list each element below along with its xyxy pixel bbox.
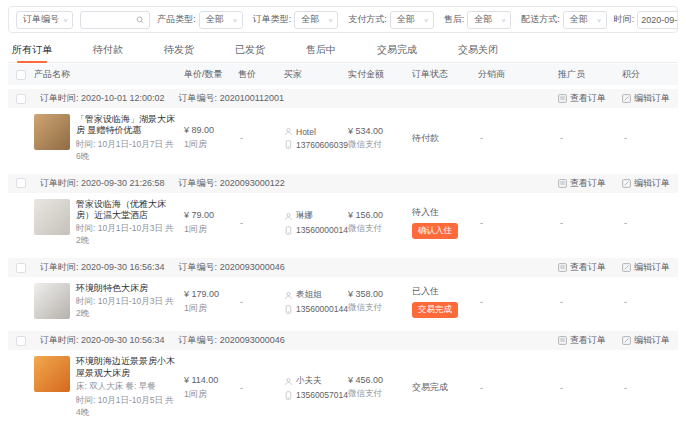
order-time: 2020-09-30 21:26:58 [81, 178, 165, 188]
order-status: 待入住 [412, 206, 478, 219]
product-time: 时间: 10月1日-10月3日 共2晚 [76, 223, 178, 247]
order-meta-bar: 订单时间: 2020-09-30 16:56:34 订单编号: 20200930… [8, 258, 678, 277]
chevron-down-icon: ∨ [424, 17, 429, 23]
product-spec: 床: 双人大床 餐: 早餐 [76, 381, 178, 393]
order-time: 2020-10-01 12:00:02 [81, 93, 165, 103]
view-order-label: 查看订单 [570, 334, 606, 347]
quantity: 1间房 [184, 138, 238, 151]
sale-price: - [238, 133, 284, 143]
tab-label: 待付款 [93, 43, 123, 57]
edit-order-icon [622, 179, 631, 188]
date-from-input[interactable]: 2020-09-10 [637, 11, 678, 29]
order-group: 订单时间: 2020-09-30 21:26:58 订单编号: 20200930… [8, 174, 678, 255]
chevron-down-icon: ∨ [233, 17, 238, 23]
order-checkbox[interactable] [16, 178, 26, 188]
column-header: 售价 [238, 68, 284, 81]
chevron-down-icon: ∨ [597, 17, 602, 23]
product-image [34, 114, 70, 150]
buyer-name: 小夫夫 [296, 375, 322, 387]
status-action-button[interactable]: 交易完成 [412, 302, 458, 318]
filter-value: 全部 [474, 13, 492, 26]
sale-price: - [238, 218, 284, 228]
order-group: 订单时间: 2020-10-01 12:00:02 订单编号: 20201001… [8, 89, 678, 170]
pay-method: 微信支付 [348, 223, 412, 235]
promoter: - [558, 218, 622, 228]
order-row: 环境朗海边近景景房小木屋景观大床房 床: 双人大床 餐: 早餐 时间: 10月1… [8, 350, 678, 424]
edit-order-label: 编辑订单 [634, 261, 670, 274]
filter-item: 订单类型: 全部 ∨ [253, 11, 339, 29]
tab-已发货[interactable]: 已发货 [233, 37, 267, 62]
view-order-button[interactable]: 查看订单 [558, 334, 606, 347]
sale-price: - [238, 297, 284, 307]
tab-待发货[interactable]: 待发货 [162, 37, 196, 62]
edit-order-button[interactable]: 编辑订单 [622, 261, 670, 274]
filter-select[interactable]: 全部 ∨ [563, 11, 607, 29]
order-time: 2020-09-30 10:56:34 [81, 335, 165, 345]
order-group: 订单时间: 2020-09-30 10:56:34 订单编号: 20200930… [8, 331, 678, 424]
buyer-phone: 13760606039 [296, 140, 348, 150]
select-all-checkbox[interactable] [16, 70, 26, 80]
order-checkbox[interactable] [16, 94, 26, 104]
product-title: 管家设临海（优雅大床房）近温大堂酒店 [76, 199, 178, 222]
tab-待付款[interactable]: 待付款 [91, 37, 125, 62]
edit-order-label: 编辑订单 [634, 92, 670, 105]
column-header: 推广员 [558, 68, 622, 81]
order-checkbox[interactable] [16, 336, 26, 346]
edit-order-label: 编辑订单 [634, 177, 670, 190]
order-checkbox[interactable] [16, 263, 26, 273]
search-input[interactable] [86, 14, 136, 26]
view-order-icon [558, 94, 567, 103]
status-action-button[interactable]: 确认入住 [412, 223, 458, 239]
column-header: 实付金额 [348, 68, 412, 81]
tab-所有订单[interactable]: 所有订单 [10, 37, 54, 62]
unit-price: ¥ 179.00 [184, 289, 238, 299]
column-header: 买家 [284, 68, 348, 81]
view-order-button[interactable]: 查看订单 [558, 261, 606, 274]
view-order-button[interactable]: 查看订单 [558, 177, 606, 190]
search-type-value: 订单编号 [23, 13, 59, 26]
person-icon [284, 212, 293, 221]
order-group: 订单时间: 2020-09-30 16:56:34 订单编号: 20200930… [8, 258, 678, 327]
edit-order-button[interactable]: 编辑订单 [622, 92, 670, 105]
points: - [622, 218, 678, 228]
order-meta-bar: 订单时间: 2020-09-30 10:56:34 订单编号: 20200930… [8, 331, 678, 350]
order-row: 环境朗特色大床房 时间: 10月1日-10月3日 共2晚 ¥ 179.00 1间… [8, 277, 678, 327]
tab-交易完成[interactable]: 交易完成 [375, 37, 419, 62]
search-type-select[interactable]: 订单编号 ∨ [16, 11, 73, 29]
filter-select[interactable]: 全部 ∨ [467, 11, 511, 29]
view-order-button[interactable]: 查看订单 [558, 92, 606, 105]
order-meta-bar: 订单时间: 2020-09-30 21:26:58 订单编号: 20200930… [8, 174, 678, 193]
filter-select[interactable]: 全部 ∨ [199, 11, 243, 29]
buyer-name: 琳娜 [296, 210, 313, 222]
order-row: 管家设临海（优雅大床房）近温大堂酒店 时间: 10月1日-10月3日 共2晚 ¥… [8, 193, 678, 255]
search-box[interactable] [80, 11, 150, 29]
paid-amount: ¥ 358.00 [348, 289, 412, 299]
column-header: 订单状态 [412, 68, 478, 81]
filter-value: 全部 [301, 13, 319, 26]
tab-label: 交易关闭 [458, 43, 498, 57]
edit-order-button[interactable]: 编辑订单 [622, 334, 670, 347]
paid-amount: ¥ 156.00 [348, 210, 412, 220]
edit-order-icon [622, 94, 631, 103]
phone-icon [284, 305, 293, 314]
edit-order-button[interactable]: 编辑订单 [622, 177, 670, 190]
order-no-label: 订单编号: [179, 335, 218, 345]
order-no: 2020100112001 [220, 93, 284, 103]
tab-label: 售后中 [306, 43, 336, 57]
filter-select[interactable]: 全部 ∨ [294, 11, 338, 29]
filter-select[interactable]: 全部 ∨ [390, 11, 434, 29]
points: - [622, 133, 678, 143]
filter-value: 全部 [397, 13, 415, 26]
product-image [34, 199, 70, 235]
tab-交易关闭[interactable]: 交易关闭 [456, 37, 500, 62]
product-title: 「管家设临海」湖景大床房 显赠特价优惠 [76, 114, 178, 137]
phone-icon [284, 226, 293, 235]
tab-售后中[interactable]: 售后中 [304, 37, 338, 62]
phone-icon [284, 140, 293, 149]
order-no: 2020093000046 [220, 335, 285, 345]
view-order-label: 查看订单 [570, 261, 606, 274]
pay-method: 微信支付 [348, 388, 412, 400]
view-order-icon [558, 179, 567, 188]
view-order-label: 查看订单 [570, 92, 606, 105]
tab-label: 已发货 [235, 43, 265, 57]
